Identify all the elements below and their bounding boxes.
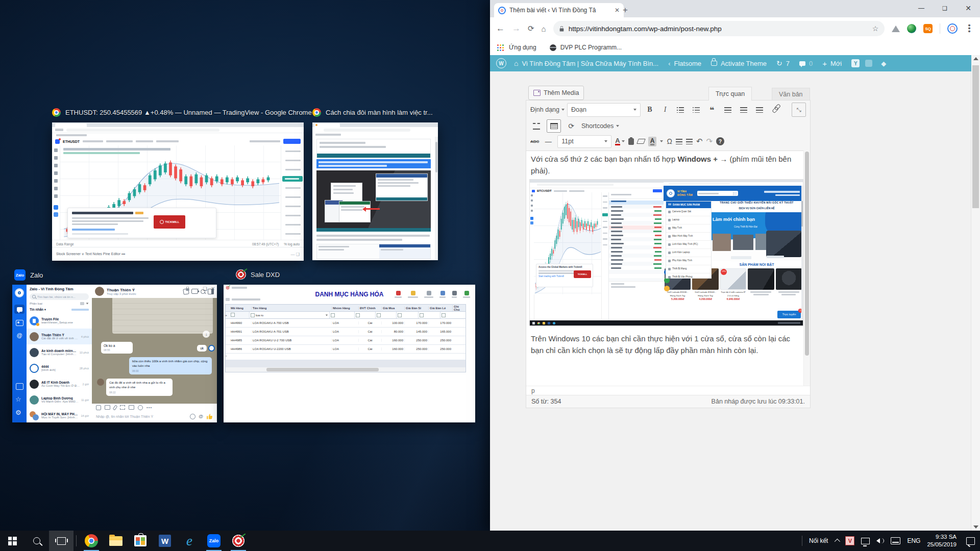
taskbar-store[interactable] bbox=[128, 531, 153, 551]
paste-button[interactable] bbox=[628, 138, 634, 145]
align-center-button[interactable] bbox=[737, 104, 750, 116]
unikey-icon[interactable]: V bbox=[845, 536, 854, 545]
taskbar-file-explorer[interactable] bbox=[104, 531, 128, 551]
toolbar-toggle-button[interactable] bbox=[547, 119, 561, 133]
redo-button[interactable]: ↷ bbox=[706, 137, 713, 146]
tv-symbol[interactable]: ETHUSDT bbox=[63, 140, 80, 143]
add-media-button[interactable]: Thêm Media bbox=[528, 86, 584, 100]
tv-chart[interactable]: TICKMILL bbox=[60, 145, 281, 240]
refresh-button[interactable]: ⟳ bbox=[565, 120, 577, 132]
link-button[interactable] bbox=[769, 104, 782, 116]
volume-icon[interactable] bbox=[876, 538, 884, 543]
minimize-button[interactable]: — bbox=[910, 5, 933, 12]
zalo-chat-tab[interactable] bbox=[14, 305, 24, 314]
highlight-color-button[interactable]: A bbox=[648, 137, 657, 146]
keyboard-icon[interactable] bbox=[891, 537, 900, 544]
mini-scrollbar[interactable] bbox=[435, 137, 438, 260]
taskbar-word[interactable]: W bbox=[153, 531, 177, 551]
col-header[interactable]: Giá Bán Sỉ bbox=[404, 307, 428, 310]
tv-price-axis[interactable] bbox=[281, 145, 304, 240]
zalo-search[interactable]: Tìm bạn bè, nhóm và tin n... bbox=[30, 293, 89, 300]
gear-icon[interactable]: ⚙ bbox=[15, 409, 21, 416]
outdent-button[interactable] bbox=[676, 139, 682, 144]
scroll-thumb[interactable] bbox=[972, 65, 979, 208]
bookmark-star-icon[interactable]: ☆ bbox=[872, 24, 879, 33]
diamond-icon[interactable]: ◆ bbox=[881, 60, 886, 67]
adminbar-flatsome[interactable]: Flatsome bbox=[674, 60, 701, 67]
clock[interactable]: 9:33 SA25/05/2019 bbox=[927, 533, 957, 548]
col-header[interactable]: Tên Hàng bbox=[251, 307, 331, 310]
adminbar-site-name[interactable]: Vi Tính Đồng Tâm | Sửa Chữa Máy Tính Bìn… bbox=[522, 60, 658, 67]
emoji-icon[interactable] bbox=[190, 414, 195, 419]
language-indicator[interactable]: ENG bbox=[907, 537, 920, 544]
bullet-list-button[interactable] bbox=[674, 104, 687, 116]
col-header[interactable]: ĐVT Chính bbox=[358, 307, 381, 310]
faded-plugin-icon[interactable] bbox=[865, 60, 872, 67]
minimize-icon[interactable]: — bbox=[194, 286, 199, 291]
sale-toolbar[interactable] bbox=[395, 291, 470, 298]
zalo-message-input[interactable]: Nhập @, tin nhắn tới Thuận Thiên Ý @ bbox=[92, 410, 217, 422]
tab-visual[interactable]: Trực quan bbox=[708, 87, 752, 101]
zalo-groups-tab[interactable]: @ bbox=[16, 332, 23, 338]
conversation-item-selected[interactable]: Thuận Thiên ÝCài đặt để ở viết về tính n… bbox=[27, 329, 92, 344]
adminbar-activate-theme[interactable]: Activate Theme bbox=[721, 60, 767, 67]
blockquote-button[interactable]: ❝ bbox=[705, 104, 719, 116]
paragraph-select[interactable]: Đoạn bbox=[567, 103, 641, 117]
screenshot-icon[interactable] bbox=[120, 405, 125, 410]
zalo-window-controls[interactable]: — ❑ ✕ bbox=[185, 286, 215, 291]
zalo-capture-icon[interactable] bbox=[16, 383, 23, 390]
format-dropdown[interactable]: Định dạng bbox=[530, 106, 565, 113]
filter-input[interactable]: loa ro bbox=[256, 314, 263, 317]
mention-icon[interactable]: @ bbox=[199, 414, 203, 419]
taskbar-search-button[interactable] bbox=[24, 531, 49, 551]
browser-tab[interactable]: Thêm bài viết ‹ Vi Tính Đồng Tâ ✕ bbox=[494, 3, 624, 17]
clear-format-button[interactable] bbox=[638, 139, 645, 144]
adminbar-new[interactable]: Mới bbox=[830, 60, 842, 67]
sq-extension-icon[interactable]: SQ bbox=[923, 24, 933, 33]
taskbar-internet-explorer[interactable]: e bbox=[177, 531, 202, 551]
adminbar-comment-count[interactable]: 0 bbox=[809, 60, 813, 67]
scroll-up-arrow[interactable] bbox=[973, 57, 978, 60]
italic-button[interactable]: I bbox=[659, 104, 671, 116]
taskbar-saledxd[interactable] bbox=[226, 531, 251, 551]
highlight-carat[interactable] bbox=[660, 140, 663, 142]
sale-table[interactable]: Mã Hàng Tên Hàng Nhóm Hàng ĐVT Chính Giá… bbox=[225, 304, 466, 372]
table-row[interactable]: HH4990LOA ROGAKU A-700 USBLOACái100.0001… bbox=[226, 319, 465, 328]
bookmark-dvp[interactable]: DVP PLC Programm... bbox=[560, 44, 622, 51]
fontsize-select[interactable]: 11pt bbox=[557, 135, 611, 148]
more-icon[interactable]: ••• bbox=[146, 405, 152, 410]
page-scrollbar[interactable] bbox=[971, 55, 980, 531]
zalo-avatar[interactable] bbox=[15, 288, 24, 297]
col-header[interactable]: Giá Mua bbox=[381, 307, 404, 310]
zalo-nav-rail[interactable]: @ ☆ ⚙ bbox=[12, 285, 27, 422]
table-row[interactable]: HH4985LOA ROGAKU U-2 700 USBLOACái160.00… bbox=[226, 336, 465, 345]
maximize-button[interactable]: ❑ bbox=[933, 5, 957, 12]
taskview-thumbnail-tradingview[interactable]: ETHUSDT bbox=[52, 122, 304, 260]
lock-icon[interactable] bbox=[186, 288, 189, 291]
tv-drawing-toolbar[interactable] bbox=[52, 145, 60, 245]
forward-button[interactable]: → bbox=[512, 23, 521, 34]
close-icon[interactable]: ✕ bbox=[211, 286, 215, 291]
conversation-item[interactable]: HỘI MÁY IN, MÁY PHOT...Mực In Tuyết Sơn:… bbox=[27, 408, 92, 422]
home-button[interactable]: ⌂ bbox=[542, 24, 546, 33]
adminbar-update-count[interactable]: 7 bbox=[786, 60, 790, 67]
numbered-list-button[interactable] bbox=[690, 104, 703, 116]
read-more-button[interactable] bbox=[530, 120, 543, 132]
download-icon[interactable]: ↓ bbox=[203, 331, 210, 338]
network-icon[interactable] bbox=[861, 538, 870, 544]
conversation-item[interactable]: Laptop Bình DươngVũ Mạnh Diễn: Xps 9560 … bbox=[27, 392, 92, 408]
hr-button[interactable]: — bbox=[543, 138, 554, 145]
profile-avatar[interactable] bbox=[947, 23, 958, 34]
taskbar-chrome[interactable] bbox=[79, 531, 104, 551]
post-image[interactable]: BTCUSDT Access the G bbox=[529, 179, 803, 326]
shortcodes-dropdown[interactable]: Shortcodes bbox=[581, 122, 619, 130]
taskview-thumbnail-article[interactable] bbox=[312, 122, 438, 260]
editor-scrollbar[interactable] bbox=[803, 151, 810, 386]
zalo-filter-row[interactable]: Phân loại bbox=[30, 302, 89, 305]
conversation-item[interactable]: Truyền FileteamViewer_Setup.exe bbox=[27, 313, 92, 329]
https-lock-icon[interactable] bbox=[559, 28, 564, 31]
tab-text[interactable]: Văn bản bbox=[772, 88, 810, 101]
bold-button[interactable]: B bbox=[643, 104, 656, 116]
url-text[interactable]: https://vitinhdongtam.com/wp-admin/post-… bbox=[569, 25, 868, 33]
tab-close-icon[interactable]: ✕ bbox=[615, 7, 620, 14]
